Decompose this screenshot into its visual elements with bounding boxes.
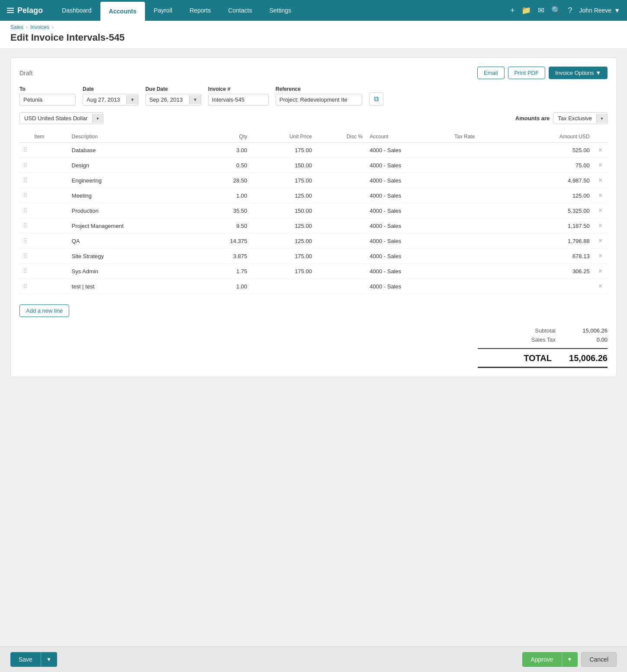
remove-line-button[interactable]: × [597, 282, 604, 290]
unit-price-cell[interactable]: 150.00 [251, 203, 315, 218]
tax-rate-cell[interactable] [451, 264, 511, 279]
disc-cell[interactable] [315, 234, 366, 249]
drag-handle[interactable]: ⠿ [19, 158, 31, 173]
add-icon[interactable]: + [510, 6, 515, 15]
remove-line-button[interactable]: × [597, 207, 604, 214]
app-logo[interactable]: Pelago [7, 6, 43, 15]
description-cell[interactable]: Project Management [68, 218, 198, 234]
unit-price-cell[interactable]: 125.00 [251, 218, 315, 234]
remove-cell[interactable]: × [593, 279, 608, 294]
drag-handle[interactable]: ⠿ [19, 249, 31, 264]
date-input[interactable] [83, 94, 126, 105]
description-cell[interactable]: Site Strategy [68, 249, 198, 264]
breadcrumb-invoices[interactable]: Invoices [30, 24, 49, 30]
unit-price-cell[interactable]: 150.00 [251, 158, 315, 173]
description-cell[interactable]: Meeting [68, 188, 198, 203]
tax-rate-cell[interactable] [451, 203, 511, 218]
drag-handle[interactable]: ⠿ [19, 234, 31, 249]
description-cell[interactable]: Engineering [68, 173, 198, 188]
unit-price-cell[interactable]: 175.00 [251, 143, 315, 158]
date-calendar-icon[interactable]: ▼ [126, 95, 138, 104]
disc-cell[interactable] [315, 173, 366, 188]
drag-handle[interactable]: ⠿ [19, 143, 31, 158]
account-cell[interactable]: 4000 - Sales [366, 188, 451, 203]
to-input[interactable] [19, 94, 76, 106]
email-button[interactable]: Email [477, 67, 505, 79]
remove-line-button[interactable]: × [597, 252, 604, 260]
currency-select[interactable]: USD United States Dollar [19, 112, 103, 124]
amounts-select[interactable]: Tax Exclusive [553, 112, 608, 124]
unit-price-cell[interactable] [251, 279, 315, 294]
unit-price-cell[interactable]: 175.00 [251, 249, 315, 264]
tax-rate-cell[interactable] [451, 158, 511, 173]
qty-cell[interactable]: 1.75 [198, 264, 251, 279]
description-cell[interactable]: Production [68, 203, 198, 218]
account-cell[interactable]: 4000 - Sales [366, 218, 451, 234]
drag-handle[interactable]: ⠿ [19, 173, 31, 188]
help-icon[interactable]: ? [568, 6, 572, 15]
tax-rate-cell[interactable] [451, 279, 511, 294]
nav-item-accounts[interactable]: Accounts [100, 2, 145, 21]
account-cell[interactable]: 4000 - Sales [366, 234, 451, 249]
remove-cell[interactable]: × [593, 249, 608, 264]
remove-cell[interactable]: × [593, 234, 608, 249]
account-cell[interactable]: 4000 - Sales [366, 158, 451, 173]
account-cell[interactable]: 4000 - Sales [366, 279, 451, 294]
user-dropdown-arrow[interactable]: ▼ [614, 7, 620, 14]
remove-line-button[interactable]: × [597, 192, 604, 199]
remove-cell[interactable]: × [593, 173, 608, 188]
disc-cell[interactable] [315, 143, 366, 158]
description-cell[interactable]: QA [68, 234, 198, 249]
description-cell[interactable]: Sys Admin [68, 264, 198, 279]
qty-cell[interactable]: 1.00 [198, 188, 251, 203]
account-cell[interactable]: 4000 - Sales [366, 203, 451, 218]
drag-handle[interactable]: ⠿ [19, 218, 31, 234]
unit-price-cell[interactable]: 125.00 [251, 234, 315, 249]
account-cell[interactable]: 4000 - Sales [366, 264, 451, 279]
print-pdf-button[interactable]: Print PDF [508, 67, 545, 79]
breadcrumb-sales[interactable]: Sales [10, 24, 23, 30]
invoice-options-button[interactable]: Invoice Options ▼ [549, 67, 608, 79]
drag-handle[interactable]: ⠿ [19, 279, 31, 294]
disc-cell[interactable] [315, 203, 366, 218]
copy-button[interactable]: ⧉ [369, 93, 383, 106]
disc-cell[interactable] [315, 279, 366, 294]
account-cell[interactable]: 4000 - Sales [366, 249, 451, 264]
drag-handle[interactable]: ⠿ [19, 264, 31, 279]
qty-cell[interactable]: 0.50 [198, 158, 251, 173]
account-cell[interactable]: 4000 - Sales [366, 143, 451, 158]
tax-rate-cell[interactable] [451, 218, 511, 234]
remove-cell[interactable]: × [593, 188, 608, 203]
qty-cell[interactable]: 35.50 [198, 203, 251, 218]
description-cell[interactable]: Design [68, 158, 198, 173]
tax-rate-cell[interactable] [451, 173, 511, 188]
nav-item-reports[interactable]: Reports [181, 0, 219, 21]
remove-line-button[interactable]: × [597, 222, 604, 230]
due-date-input[interactable] [146, 94, 189, 105]
mail-icon[interactable]: ✉ [538, 6, 544, 15]
disc-cell[interactable] [315, 264, 366, 279]
remove-cell[interactable]: × [593, 143, 608, 158]
reference-input[interactable] [276, 94, 362, 106]
disc-cell[interactable] [315, 218, 366, 234]
nav-item-dashboard[interactable]: Dashboard [53, 0, 100, 21]
description-cell[interactable]: test | test [68, 279, 198, 294]
drag-handle[interactable]: ⠿ [19, 188, 31, 203]
disc-cell[interactable] [315, 188, 366, 203]
qty-cell[interactable]: 14.375 [198, 234, 251, 249]
remove-cell[interactable]: × [593, 218, 608, 234]
nav-item-contacts[interactable]: Contacts [219, 0, 260, 21]
qty-cell[interactable]: 9.50 [198, 218, 251, 234]
remove-cell[interactable]: × [593, 264, 608, 279]
nav-item-payroll[interactable]: Payroll [145, 0, 181, 21]
remove-line-button[interactable]: × [597, 267, 604, 275]
disc-cell[interactable] [315, 158, 366, 173]
account-cell[interactable]: 4000 - Sales [366, 173, 451, 188]
amounts-dropdown-arrow[interactable] [596, 114, 607, 123]
unit-price-cell[interactable]: 175.00 [251, 264, 315, 279]
qty-cell[interactable]: 3.875 [198, 249, 251, 264]
hamburger-icon[interactable] [7, 8, 14, 13]
search-icon[interactable]: 🔍 [551, 6, 561, 15]
remove-line-button[interactable]: × [597, 237, 604, 245]
unit-price-cell[interactable]: 175.00 [251, 173, 315, 188]
